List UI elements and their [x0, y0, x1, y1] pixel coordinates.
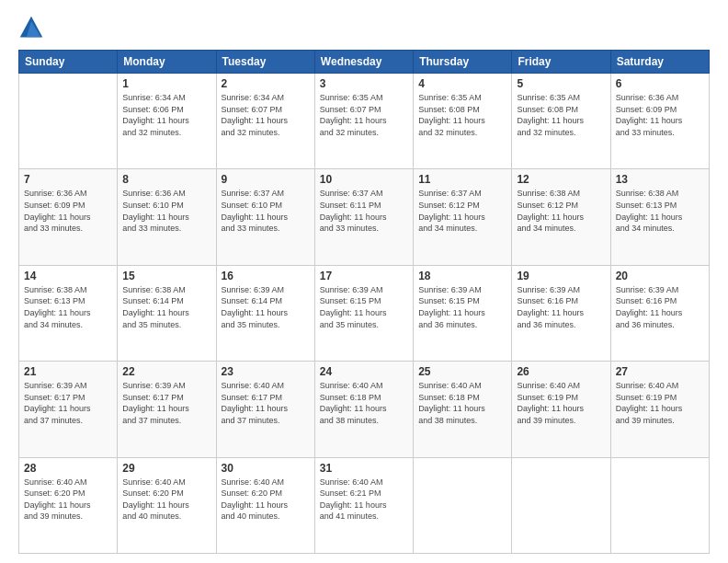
- day-number: 12: [517, 173, 605, 186]
- calendar-day-cell: 1Sunrise: 6:34 AM Sunset: 6:06 PM Daylig…: [118, 74, 216, 169]
- calendar-day-cell: 20Sunrise: 6:39 AM Sunset: 6:16 PM Dayli…: [610, 265, 709, 361]
- calendar-day-cell: 13Sunrise: 6:38 AM Sunset: 6:13 PM Dayli…: [610, 169, 709, 265]
- calendar-week-row: 14Sunrise: 6:38 AM Sunset: 6:13 PM Dayli…: [19, 265, 710, 361]
- day-number: 23: [222, 365, 310, 378]
- calendar-day-cell: 14Sunrise: 6:38 AM Sunset: 6:13 PM Dayli…: [19, 265, 118, 361]
- day-info: Sunrise: 6:40 AM Sunset: 6:21 PM Dayligh…: [320, 477, 408, 523]
- day-number: 25: [418, 365, 506, 378]
- day-number: 28: [24, 462, 112, 475]
- day-info: Sunrise: 6:35 AM Sunset: 6:08 PM Dayligh…: [517, 92, 605, 138]
- day-number: 29: [122, 462, 210, 475]
- calendar-day-cell: 21Sunrise: 6:39 AM Sunset: 6:17 PM Dayli…: [19, 362, 118, 457]
- day-info: Sunrise: 6:40 AM Sunset: 6:20 PM Dayligh…: [222, 477, 310, 523]
- day-info: Sunrise: 6:37 AM Sunset: 6:10 PM Dayligh…: [222, 188, 310, 234]
- day-info: Sunrise: 6:40 AM Sunset: 6:20 PM Dayligh…: [24, 477, 112, 523]
- day-info: Sunrise: 6:39 AM Sunset: 6:17 PM Dayligh…: [24, 380, 112, 426]
- day-number: 15: [122, 270, 210, 282]
- day-info: Sunrise: 6:38 AM Sunset: 6:13 PM Dayligh…: [616, 188, 704, 234]
- day-number: 3: [320, 77, 408, 90]
- day-info: Sunrise: 6:37 AM Sunset: 6:12 PM Dayligh…: [418, 188, 506, 234]
- day-number: 20: [616, 270, 704, 282]
- calendar-header-row: SundayMondayTuesdayWednesdayThursdayFrid…: [19, 51, 710, 74]
- calendar-header-cell: Tuesday: [216, 51, 314, 74]
- calendar-day-cell: [610, 457, 709, 553]
- calendar-week-row: 7Sunrise: 6:36 AM Sunset: 6:09 PM Daylig…: [19, 169, 710, 265]
- calendar-day-cell: 19Sunrise: 6:39 AM Sunset: 6:16 PM Dayli…: [512, 265, 610, 361]
- calendar-header-cell: Monday: [118, 51, 216, 74]
- calendar-day-cell: 28Sunrise: 6:40 AM Sunset: 6:20 PM Dayli…: [19, 457, 118, 553]
- calendar-day-cell: 12Sunrise: 6:38 AM Sunset: 6:12 PM Dayli…: [512, 169, 610, 265]
- logo: [18, 15, 48, 40]
- day-info: Sunrise: 6:40 AM Sunset: 6:18 PM Dayligh…: [418, 380, 506, 426]
- calendar-header-cell: Saturday: [610, 51, 709, 74]
- day-info: Sunrise: 6:39 AM Sunset: 6:14 PM Dayligh…: [222, 284, 310, 330]
- calendar-day-cell: 16Sunrise: 6:39 AM Sunset: 6:14 PM Dayli…: [216, 265, 314, 361]
- day-info: Sunrise: 6:39 AM Sunset: 6:16 PM Dayligh…: [616, 284, 704, 330]
- calendar-header-cell: Wednesday: [314, 51, 413, 74]
- day-info: Sunrise: 6:40 AM Sunset: 6:18 PM Dayligh…: [320, 380, 408, 426]
- calendar-day-cell: 22Sunrise: 6:39 AM Sunset: 6:17 PM Dayli…: [118, 362, 216, 457]
- calendar-header-cell: Thursday: [414, 51, 512, 74]
- day-info: Sunrise: 6:40 AM Sunset: 6:19 PM Dayligh…: [517, 380, 605, 426]
- calendar-day-cell: 4Sunrise: 6:35 AM Sunset: 6:08 PM Daylig…: [414, 74, 512, 169]
- day-info: Sunrise: 6:38 AM Sunset: 6:14 PM Dayligh…: [122, 284, 210, 330]
- day-info: Sunrise: 6:35 AM Sunset: 6:08 PM Dayligh…: [418, 92, 506, 138]
- calendar-day-cell: 10Sunrise: 6:37 AM Sunset: 6:11 PM Dayli…: [314, 169, 413, 265]
- page: SundayMondayTuesdayWednesdayThursdayFrid…: [0, 0, 728, 563]
- day-number: 27: [616, 365, 704, 378]
- day-number: 21: [24, 365, 112, 378]
- calendar-day-cell: [414, 457, 512, 553]
- day-info: Sunrise: 6:39 AM Sunset: 6:16 PM Dayligh…: [517, 284, 605, 330]
- calendar-day-cell: 29Sunrise: 6:40 AM Sunset: 6:20 PM Dayli…: [118, 457, 216, 553]
- day-info: Sunrise: 6:36 AM Sunset: 6:10 PM Dayligh…: [122, 188, 210, 234]
- day-number: 2: [222, 77, 310, 90]
- day-number: 16: [222, 270, 310, 282]
- calendar-day-cell: 9Sunrise: 6:37 AM Sunset: 6:10 PM Daylig…: [216, 169, 314, 265]
- calendar-day-cell: 26Sunrise: 6:40 AM Sunset: 6:19 PM Dayli…: [512, 362, 610, 457]
- day-number: 17: [320, 270, 408, 282]
- day-number: 4: [418, 77, 506, 90]
- calendar-week-row: 1Sunrise: 6:34 AM Sunset: 6:06 PM Daylig…: [19, 74, 710, 169]
- day-number: 1: [122, 77, 210, 90]
- calendar-day-cell: 5Sunrise: 6:35 AM Sunset: 6:08 PM Daylig…: [512, 74, 610, 169]
- calendar-day-cell: 17Sunrise: 6:39 AM Sunset: 6:15 PM Dayli…: [314, 265, 413, 361]
- day-number: 18: [418, 270, 506, 282]
- calendar-day-cell: 30Sunrise: 6:40 AM Sunset: 6:20 PM Dayli…: [216, 457, 314, 553]
- day-info: Sunrise: 6:38 AM Sunset: 6:13 PM Dayligh…: [24, 284, 112, 330]
- header: [18, 15, 710, 40]
- day-number: 22: [122, 365, 210, 378]
- calendar-day-cell: 8Sunrise: 6:36 AM Sunset: 6:10 PM Daylig…: [118, 169, 216, 265]
- calendar-table: SundayMondayTuesdayWednesdayThursdayFrid…: [18, 50, 710, 554]
- calendar-day-cell: 15Sunrise: 6:38 AM Sunset: 6:14 PM Dayli…: [118, 265, 216, 361]
- day-info: Sunrise: 6:40 AM Sunset: 6:19 PM Dayligh…: [616, 380, 704, 426]
- day-info: Sunrise: 6:35 AM Sunset: 6:07 PM Dayligh…: [320, 92, 408, 138]
- day-info: Sunrise: 6:34 AM Sunset: 6:07 PM Dayligh…: [222, 92, 310, 138]
- calendar-day-cell: [512, 457, 610, 553]
- calendar-day-cell: 18Sunrise: 6:39 AM Sunset: 6:15 PM Dayli…: [414, 265, 512, 361]
- calendar-day-cell: 7Sunrise: 6:36 AM Sunset: 6:09 PM Daylig…: [19, 169, 118, 265]
- calendar-day-cell: [19, 74, 118, 169]
- day-number: 30: [222, 462, 310, 475]
- day-info: Sunrise: 6:39 AM Sunset: 6:15 PM Dayligh…: [320, 284, 408, 330]
- day-number: 31: [320, 462, 408, 475]
- day-info: Sunrise: 6:39 AM Sunset: 6:17 PM Dayligh…: [122, 380, 210, 426]
- logo-icon: [18, 15, 44, 40]
- day-info: Sunrise: 6:39 AM Sunset: 6:15 PM Dayligh…: [418, 284, 506, 330]
- day-number: 14: [24, 270, 112, 282]
- day-number: 5: [517, 77, 605, 90]
- calendar-day-cell: 3Sunrise: 6:35 AM Sunset: 6:07 PM Daylig…: [314, 74, 413, 169]
- day-number: 7: [24, 173, 112, 186]
- day-number: 19: [517, 270, 605, 282]
- day-number: 11: [418, 173, 506, 186]
- calendar-day-cell: 27Sunrise: 6:40 AM Sunset: 6:19 PM Dayli…: [610, 362, 709, 457]
- day-info: Sunrise: 6:38 AM Sunset: 6:12 PM Dayligh…: [517, 188, 605, 234]
- calendar-header-cell: Sunday: [19, 51, 118, 74]
- day-number: 10: [320, 173, 408, 186]
- day-info: Sunrise: 6:34 AM Sunset: 6:06 PM Dayligh…: [122, 92, 210, 138]
- calendar-day-cell: 2Sunrise: 6:34 AM Sunset: 6:07 PM Daylig…: [216, 74, 314, 169]
- day-info: Sunrise: 6:37 AM Sunset: 6:11 PM Dayligh…: [320, 188, 408, 234]
- calendar-day-cell: 11Sunrise: 6:37 AM Sunset: 6:12 PM Dayli…: [414, 169, 512, 265]
- calendar-day-cell: 31Sunrise: 6:40 AM Sunset: 6:21 PM Dayli…: [314, 457, 413, 553]
- calendar-day-cell: 24Sunrise: 6:40 AM Sunset: 6:18 PM Dayli…: [314, 362, 413, 457]
- day-number: 6: [616, 77, 704, 90]
